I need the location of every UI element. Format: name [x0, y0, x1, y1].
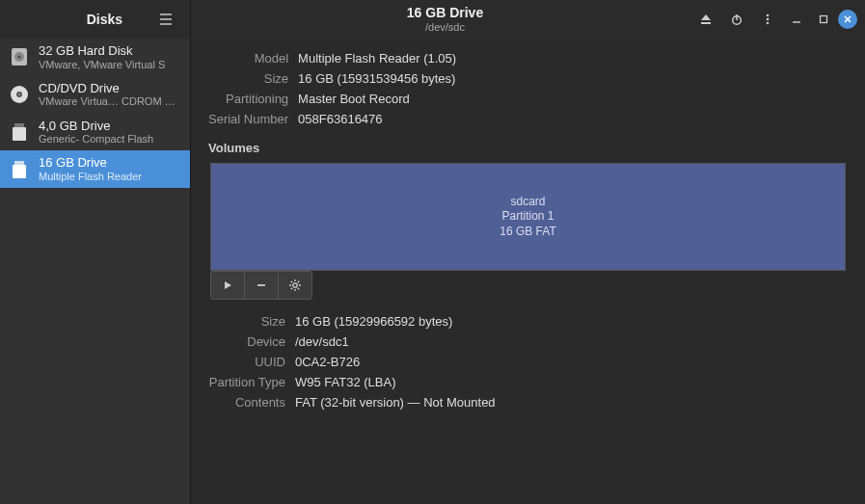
headerbar-right: 16 GB Drive /dev/sdc — [191, 0, 865, 39]
prop-label-model: Model — [208, 48, 298, 68]
prop-value-partitioning: Master Boot Record — [298, 89, 456, 109]
prop-value-size: 16 GB (15931539456 bytes) — [298, 68, 456, 89]
svg-rect-13 — [14, 123, 24, 127]
svg-point-18 — [293, 283, 297, 287]
svg-rect-16 — [13, 165, 26, 178]
svg-point-3 — [767, 18, 770, 21]
svg-point-2 — [767, 14, 770, 17]
sidebar-item-hdd-32gb[interactable]: 32 GB Hard Disk VMware, VMware Virtual S — [0, 39, 190, 76]
svg-line-23 — [291, 281, 292, 282]
svg-point-4 — [767, 22, 770, 25]
prop-value-ptype: W95 FAT32 (LBA) — [295, 372, 496, 392]
prop-label-uuid: UUID — [208, 352, 295, 372]
svg-line-25 — [291, 288, 292, 289]
prop-value-device: /dev/sdc1 — [295, 332, 496, 352]
prop-label-vsize: Size — [208, 311, 295, 332]
svg-line-24 — [298, 288, 299, 289]
sidebar-item-desc: Generic- Compact Flash — [39, 133, 153, 146]
svg-line-26 — [298, 281, 299, 282]
volume-toolbar — [210, 271, 846, 300]
prop-value-serial: 058F63616476 — [298, 109, 456, 129]
prop-label-ptype: Partition Type — [208, 372, 295, 392]
svg-point-9 — [18, 56, 21, 59]
window-minimize-button[interactable] — [784, 7, 809, 32]
prop-label-contents: Contents — [208, 392, 295, 412]
app-menu-button[interactable] — [151, 5, 180, 34]
body: 32 GB Hard Disk VMware, VMware Virtual S… — [0, 39, 865, 504]
sidebar-item-label: 32 GB Hard Disk — [39, 43, 165, 59]
delete-partition-button[interactable] — [244, 271, 279, 300]
removable-icon — [8, 158, 31, 181]
volume-properties: Size 16 GB (15929966592 bytes) Device /d… — [208, 311, 496, 412]
drive-menu-button[interactable] — [753, 5, 782, 34]
sidebar-item-desc: Multiple Flash Reader — [39, 171, 142, 183]
volume-partition[interactable]: sdcard Partition 1 16 GB FAT — [210, 163, 846, 271]
prop-label-serial: Serial Number — [208, 109, 298, 129]
svg-rect-6 — [821, 16, 827, 23]
svg-rect-15 — [14, 161, 24, 165]
volume-partition-label: sdcard Partition 1 16 GB FAT — [500, 195, 555, 240]
window-close-button[interactable] — [838, 10, 857, 29]
headerbar: Disks 16 GB Drive /dev/sdc — [0, 0, 865, 39]
sidebar-item-label: 16 GB Drive — [39, 155, 142, 171]
power-button[interactable] — [722, 5, 751, 34]
eject-button[interactable] — [691, 5, 720, 34]
sidebar-item-removable-16gb[interactable]: 16 GB Drive Multiple Flash Reader — [0, 150, 190, 188]
app-title: Disks — [10, 12, 151, 27]
prop-value-contents: FAT (32-bit version) — Not Mounted — [295, 392, 496, 412]
svg-rect-14 — [13, 127, 26, 141]
sidebar-item-optical[interactable]: CD/DVD Drive VMware Virtua… CDROM Drive — [0, 76, 190, 114]
sidebar: 32 GB Hard Disk VMware, VMware Virtual S… — [0, 39, 191, 504]
volumes-header: Volumes — [208, 141, 848, 155]
sidebar-item-label: 4,0 GB Drive — [39, 119, 153, 134]
content-pane: Model Multiple Flash Reader (1.05) Size … — [191, 39, 865, 504]
prop-value-uuid: 0CA2-B726 — [295, 352, 496, 372]
sidebar-item-desc: VMware Virtua… CDROM Drive — [39, 95, 182, 108]
headerbar-left: Disks — [0, 0, 191, 39]
title-box: 16 GB Drive /dev/sdc — [199, 6, 691, 32]
drive-subtitle: /dev/sdc — [199, 21, 691, 33]
sidebar-item-desc: VMware, VMware Virtual S — [39, 59, 165, 71]
drive-title: 16 GB Drive — [199, 6, 691, 20]
prop-label-device: Device — [208, 332, 295, 352]
sidebar-item-label: CD/DVD Drive — [39, 81, 182, 96]
prop-value-vsize: 16 GB (15929966592 bytes) — [295, 311, 496, 332]
volume-settings-button[interactable] — [278, 271, 312, 300]
svg-point-12 — [18, 93, 20, 95]
headerbar-actions — [691, 5, 857, 34]
prop-label-size: Size — [208, 68, 298, 89]
sidebar-item-removable-4gb[interactable]: 4,0 GB Drive Generic- Compact Flash — [0, 114, 190, 151]
hdd-icon — [8, 45, 31, 68]
window-maximize-button[interactable] — [811, 7, 836, 32]
removable-icon — [8, 120, 31, 144]
optical-icon — [8, 83, 31, 106]
prop-value-model: Multiple Flash Reader (1.05) — [298, 48, 456, 68]
mount-button[interactable] — [210, 271, 245, 300]
drive-properties: Model Multiple Flash Reader (1.05) Size … — [208, 48, 456, 129]
prop-label-partitioning: Partitioning — [208, 89, 298, 109]
